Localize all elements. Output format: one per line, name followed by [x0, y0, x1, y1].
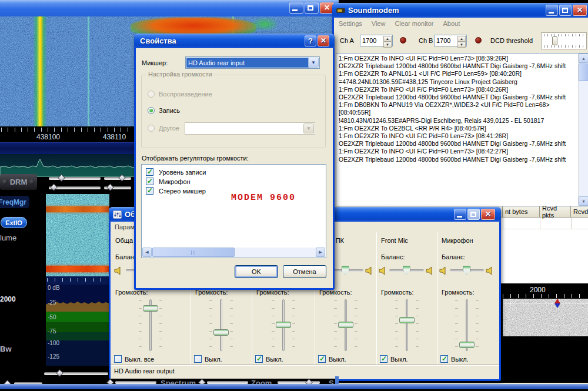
scroll-down-icon[interactable]: ▼ — [579, 196, 588, 206]
volume-thumb[interactable] — [143, 305, 158, 312]
dialog-close-icon[interactable] — [318, 35, 329, 46]
monitor-scrollbar[interactable]: ▲ ▼ — [578, 54, 588, 206]
soundmodem-minimize-icon[interactable] — [546, 5, 558, 16]
scroll-thumb[interactable] — [579, 64, 588, 81]
soundmodem-close-icon[interactable] — [573, 5, 587, 16]
volume-label: Громкость: — [442, 289, 475, 296]
hdsdr-titlebar[interactable] — [0, 0, 339, 16]
soundmodem-titlebar[interactable]: Soundmodem — [332, 3, 588, 18]
microphone-checkbox[interactable] — [146, 178, 153, 185]
freqmgr-button[interactable]: FreqMgr — [0, 196, 29, 208]
ch-b-spinner[interactable]: 1700 ▲▼ — [434, 35, 467, 46]
balance-track[interactable] — [389, 269, 424, 272]
menu-settings[interactable]: Settings — [339, 20, 362, 27]
ch-a-up-icon[interactable]: ▲ — [383, 36, 392, 42]
mixer-menu-options[interactable]: Парам — [115, 223, 135, 230]
ch-b-down-icon[interactable]: ▼ — [457, 42, 466, 48]
mixer-maximize-icon[interactable] — [467, 209, 480, 220]
drm-button[interactable]: DRM — [0, 174, 37, 190]
scope-cursor-icon[interactable] — [554, 299, 560, 309]
ch-a-down-icon[interactable]: ▼ — [383, 42, 392, 48]
ch-b-up-icon[interactable]: ▲ — [457, 36, 466, 42]
balance-track[interactable] — [450, 269, 484, 272]
monitor-area[interactable]: 1:Fm OE2XZR To INFO <UI F/C Pid=F0 Len=7… — [336, 53, 588, 206]
mute-label: Выкл. — [205, 356, 222, 363]
mute-checkbox[interactable] — [380, 355, 387, 363]
other-combobox-arrow-icon[interactable]: ▼ — [303, 123, 314, 133]
volume-slider[interactable] — [138, 298, 163, 352]
radio-playback[interactable] — [148, 91, 155, 98]
ch-b-value[interactable]: 1700 — [436, 37, 450, 44]
volume-slider[interactable] — [333, 298, 359, 352]
db-label-50: -50 — [48, 314, 56, 320]
ok-button[interactable]: OK — [235, 265, 278, 278]
mute-checkbox[interactable] — [194, 355, 202, 363]
volume-controls-listbox[interactable]: Уровень записи Микрофон Стерео микшер MO… — [141, 164, 326, 258]
span-value: 2000 — [0, 295, 16, 303]
slider-b2[interactable] — [104, 186, 131, 189]
slider-a2[interactable] — [104, 177, 131, 180]
bottom-slider-1[interactable] — [44, 372, 100, 375]
volume-slider[interactable] — [208, 298, 234, 352]
stats-header-rcvd[interactable]: Rcvd — [571, 206, 588, 218]
slider-b1[interactable] — [49, 186, 101, 189]
hdsdr-minimize-icon[interactable] — [289, 2, 303, 14]
mixer-minimize-icon[interactable] — [454, 209, 466, 220]
mute-checkbox[interactable] — [114, 355, 122, 363]
hscroll-thumb[interactable] — [152, 248, 235, 257]
mixer-close-icon[interactable] — [481, 209, 495, 220]
mute-label: Выкл. — [390, 356, 408, 363]
mute-checkbox[interactable] — [440, 355, 448, 363]
stereo-mixer-checkbox[interactable] — [146, 187, 153, 195]
mixer-device-combobox[interactable]: HD Audio rear input ▼ — [185, 56, 320, 69]
ch-a-value[interactable]: 1700 — [362, 37, 376, 44]
mute-checkbox[interactable] — [255, 355, 263, 363]
extio-button[interactable]: ExtIO — [1, 217, 27, 228]
listbox-hscrollbar[interactable]: ◀ ▶ — [142, 248, 325, 257]
menu-clear-monitor[interactable]: Clear monitor — [395, 20, 433, 27]
volume-thumb[interactable] — [338, 322, 353, 328]
scroll-up-icon[interactable]: ▲ — [579, 54, 588, 63]
volume-thumb[interactable] — [213, 329, 229, 336]
soundmodem-maximize-icon[interactable] — [559, 5, 572, 16]
other-combobox[interactable]: ▼ — [185, 122, 315, 135]
volume-slider[interactable] — [270, 298, 296, 352]
volume-slider[interactable] — [394, 298, 420, 352]
radio-other[interactable] — [148, 125, 155, 132]
radio-record-label: Запись — [159, 107, 180, 114]
dialog-help-icon[interactable] — [305, 35, 316, 46]
volume-thumb[interactable] — [459, 342, 475, 348]
db-label-125: -125 — [48, 353, 59, 360]
signal-trace-strong — [33, 16, 47, 126]
combobox-arrow-icon[interactable]: ▼ — [308, 58, 319, 68]
balance-thumb[interactable] — [463, 266, 470, 275]
menu-about[interactable]: About — [443, 20, 460, 27]
dcd-threshold-slider[interactable] — [541, 32, 587, 49]
bottom-slider-2[interactable] — [94, 372, 108, 375]
volume-thumb[interactable] — [399, 317, 415, 323]
mute-label: Выкл. — [329, 356, 346, 363]
microphone-label: Микрофон — [159, 178, 191, 185]
hscroll-right-icon[interactable]: ▶ — [316, 248, 325, 257]
stats-header-sent-bytes[interactable]: nt bytes — [503, 206, 540, 218]
audio-waterfall[interactable] — [46, 194, 109, 276]
dcd-thumb[interactable] — [552, 36, 557, 45]
drm-label: DRM — [10, 178, 28, 186]
record-level-checkbox[interactable] — [146, 168, 153, 176]
slider-a1[interactable] — [49, 177, 101, 180]
hscroll-left-icon[interactable]: ◀ — [142, 248, 152, 257]
ch-a-spinner[interactable]: 1700 ▲▼ — [360, 35, 393, 46]
volume-thumb[interactable] — [276, 322, 291, 328]
cancel-button[interactable]: Отмена — [283, 265, 326, 278]
hdsdr-maximize-icon[interactable] — [305, 2, 319, 14]
balance-thumb[interactable] — [403, 266, 410, 275]
properties-titlebar[interactable]: Свойства — [134, 34, 335, 48]
menu-view[interactable]: View — [372, 20, 386, 27]
balance-thumb[interactable] — [342, 266, 349, 275]
record-level-label: Уровень записи — [159, 169, 206, 176]
stats-header-rcvd-pkts[interactable]: Rcvd pkts — [540, 206, 571, 218]
mute-checkbox[interactable] — [318, 355, 326, 363]
radio-record[interactable] — [148, 107, 155, 114]
volume-slider[interactable] — [454, 298, 480, 352]
soundmodem-controls: Ch A 1700 ▲▼ Ch B 1700 ▲▼ DCD threshold — [334, 29, 588, 53]
